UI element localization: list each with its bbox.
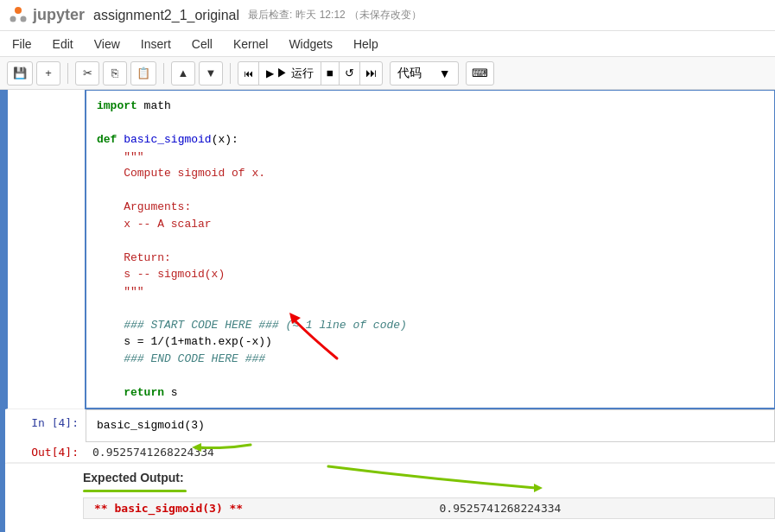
code-line-doc5: s -- sigmoid(x) xyxy=(97,266,764,283)
cell-type-dropdown[interactable]: 代码 ▼ xyxy=(390,61,459,86)
code-line-doc4: Return: xyxy=(97,250,764,267)
run-button[interactable]: ▶ ▶ 运行 xyxy=(259,62,321,85)
dropdown-arrow-icon: ▼ xyxy=(439,66,451,80)
in-cell-input: In [4]: basic_sigmoid(3) xyxy=(8,409,775,442)
toolbar-separator-3 xyxy=(230,63,231,84)
expected-output-section: Expected Output: ** basic_sigmoid(3) ** … xyxy=(5,463,775,526)
code-line-sigmoid: s = 1/(1+math.exp(-x)) xyxy=(97,333,764,351)
run-icon: ▶ xyxy=(266,67,274,79)
step-back-button[interactable]: ⏮ xyxy=(238,62,259,85)
in-cell-content[interactable]: basic_sigmoid(3) xyxy=(86,409,775,442)
save-button[interactable]: 💾 xyxy=(7,61,33,86)
expected-underline-container xyxy=(83,490,775,492)
code-line-blank1 xyxy=(97,115,764,132)
out-value: 0.9525741268224334 xyxy=(86,442,775,462)
in-cell: In [4]: basic_sigmoid(3) Out[4]: 0.95257… xyxy=(5,409,775,463)
in-code-line: basic_sigmoid(3) xyxy=(97,417,764,434)
output-area: Out[4]: 0.9525741268224334 xyxy=(8,442,775,462)
out-prompt: Out[4]: xyxy=(8,442,86,462)
code-cell[interactable]: import math def basic_sigmoid(x): """ Co… xyxy=(5,90,775,409)
code-line-doc1: Compute sigmoid of x. xyxy=(97,165,764,182)
run-label: ▶ 运行 xyxy=(276,66,314,81)
code-line-return: return s xyxy=(97,384,764,402)
content-area: import math def basic_sigmoid(x): """ Co… xyxy=(0,90,775,532)
code-line-blank4 xyxy=(97,300,764,317)
toolbar-separator-2 xyxy=(163,63,164,84)
cell-input-area: import math def basic_sigmoid(x): """ Co… xyxy=(8,90,775,408)
copy-button[interactable]: ⎘ xyxy=(103,61,127,86)
in-code[interactable]: basic_sigmoid(3) xyxy=(86,410,774,441)
svg-point-0 xyxy=(15,7,22,14)
code-line-docclose: """ xyxy=(97,283,764,301)
cell-code-content[interactable]: import math def basic_sigmoid(x): """ Co… xyxy=(86,90,775,408)
move-down-button[interactable]: ▼ xyxy=(199,61,223,86)
svg-point-2 xyxy=(21,16,27,22)
expected-underline xyxy=(83,490,187,492)
add-cell-button[interactable]: + xyxy=(36,61,60,86)
checkpoint-time: 昨天 12:12 xyxy=(295,8,345,22)
toolbar: 💾 + ✂ ⎘ 📋 ▲ ▼ ⏮ ▶ ▶ 运行 ■ ↺ ⏭ 代码 ▼ ⌨ xyxy=(0,57,775,90)
menu-file[interactable]: File xyxy=(9,35,35,53)
code-line-doc3: x -- A scalar xyxy=(97,216,764,233)
unsaved-indicator: （未保存改变） xyxy=(349,8,422,22)
jupyter-name: jupyter xyxy=(33,6,85,24)
svg-point-1 xyxy=(10,16,16,22)
code-line-blank5 xyxy=(97,367,764,384)
jupyter-logo: jupyter xyxy=(9,6,85,25)
menu-kernel[interactable]: Kernel xyxy=(230,35,271,53)
notebook-title[interactable]: assignment2_1_original xyxy=(93,8,239,23)
stop-button[interactable]: ■ xyxy=(321,62,340,85)
code-line-blank2 xyxy=(97,182,764,200)
code-line-end: ### END CODE HERE ### xyxy=(97,351,764,368)
jupyter-logo-icon xyxy=(9,6,28,25)
code-line-start: ### START CODE HERE ### (≈ 1 line of cod… xyxy=(97,317,764,334)
code-line-blank3 xyxy=(97,232,764,250)
in-prompt: In [4]: xyxy=(8,409,86,436)
menu-help[interactable]: Help xyxy=(350,35,382,53)
menu-insert[interactable]: Insert xyxy=(137,35,175,53)
menu-widgets[interactable]: Widgets xyxy=(285,35,336,53)
code-line-docopen: """ xyxy=(97,149,764,166)
menu-view[interactable]: View xyxy=(91,35,124,53)
cut-button[interactable]: ✂ xyxy=(75,61,99,86)
restart-button[interactable]: ↺ xyxy=(340,62,360,85)
code-line-doc2: Arguments: xyxy=(97,199,764,216)
checkpoint-label: 最后检查: xyxy=(248,8,292,22)
menu-edit[interactable]: Edit xyxy=(49,35,77,53)
toolbar-separator-1 xyxy=(67,63,68,84)
keyboard-shortcut-button[interactable]: ⌨ xyxy=(466,61,494,86)
title-bar: jupyter assignment2_1_original 最后检查: 昨天 … xyxy=(0,0,775,31)
menu-cell[interactable]: Cell xyxy=(188,35,216,53)
code-line-def: def basic_sigmoid(x): xyxy=(97,131,764,149)
expected-key: ** basic_sigmoid(3) ** xyxy=(84,498,429,518)
fast-forward-button[interactable]: ⏭ xyxy=(360,62,382,85)
notebook-area: import math def basic_sigmoid(x): """ Co… xyxy=(5,90,775,532)
cell-type-label: 代码 xyxy=(397,66,422,81)
run-group[interactable]: ⏮ ▶ ▶ 运行 ■ ↺ ⏭ xyxy=(238,61,383,86)
expected-value: 0.9525741268224334 xyxy=(429,498,775,518)
paste-button[interactable]: 📋 xyxy=(130,61,156,86)
code-line-1: import math xyxy=(97,98,764,115)
expected-table: ** basic_sigmoid(3) ** 0.952574126822433… xyxy=(83,497,775,519)
cell-prompt-empty xyxy=(8,90,86,104)
move-up-button[interactable]: ▲ xyxy=(171,61,195,86)
code-editor[interactable]: import math def basic_sigmoid(x): """ Co… xyxy=(86,91,774,408)
expected-title: Expected Output: xyxy=(83,471,775,484)
menu-bar: File Edit View Insert Cell Kernel Widget… xyxy=(0,31,775,57)
